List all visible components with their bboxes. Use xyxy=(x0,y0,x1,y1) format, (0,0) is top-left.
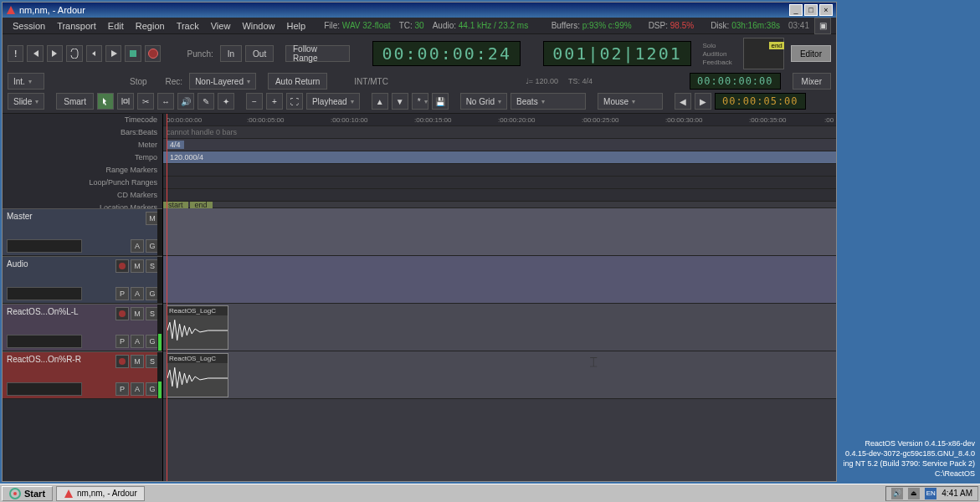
object-tool-button[interactable] xyxy=(97,93,114,110)
loop-button[interactable] xyxy=(66,45,82,62)
stop-button[interactable] xyxy=(125,45,141,62)
playlist-button[interactable]: P xyxy=(115,382,129,396)
automation-button[interactable]: A xyxy=(131,239,144,253)
secondary-clock[interactable]: 001|02|1201 xyxy=(543,41,690,66)
maximize-button[interactable]: □ xyxy=(804,4,818,16)
expand-tracks-button[interactable]: ▲ xyxy=(372,93,388,110)
track-header-audio[interactable]: Audio M S P A G xyxy=(3,256,162,304)
midi-panic-button[interactable]: ! xyxy=(8,45,23,62)
audio-region-left[interactable]: ReactOS_LogC xyxy=(167,305,228,350)
language-indicator[interactable]: EN xyxy=(925,488,936,499)
save-view-button[interactable]: 💾 xyxy=(432,93,449,110)
playhead[interactable] xyxy=(167,114,167,481)
log-button[interactable]: ▣ xyxy=(814,18,831,34)
snap-mode-dropdown[interactable]: No Grid xyxy=(460,93,507,110)
shrink-tracks-button[interactable]: ▼ xyxy=(392,93,408,110)
sync-source-dropdown[interactable]: Int. xyxy=(8,73,44,90)
punch-in-button[interactable]: In xyxy=(220,45,242,62)
stretch-tool-button[interactable]: ↔ xyxy=(157,93,174,110)
mixer-view-button[interactable]: Mixer xyxy=(793,73,831,90)
fader[interactable] xyxy=(7,287,82,300)
menu-edit[interactable]: Edit xyxy=(103,19,129,33)
zoom-focus-dropdown[interactable]: Playhead xyxy=(306,93,360,110)
auto-return-button[interactable]: Auto Return xyxy=(268,73,327,90)
follow-range-button[interactable]: Follow Range xyxy=(285,45,350,62)
goto-end-button[interactable] xyxy=(47,45,63,62)
mute-button[interactable]: M xyxy=(131,307,144,320)
mini-timeline[interactable]: end xyxy=(743,38,783,69)
track-header-left[interactable]: ReactOS...On%L-L M S P A G xyxy=(3,304,162,351)
ruler-cd-markers[interactable] xyxy=(163,189,836,202)
rec-enable-button[interactable] xyxy=(115,307,129,320)
marker-end[interactable]: end xyxy=(190,202,213,208)
menu-help[interactable]: Help xyxy=(282,19,311,33)
smart-mode-button[interactable]: Smart xyxy=(56,93,94,110)
ruler-timecode[interactable]: 00:00:00:00 :00:00:05:00 :00:00:10:00 :0… xyxy=(163,114,836,126)
tray-clock[interactable]: 4:41 AM xyxy=(942,489,972,498)
playlist-button[interactable]: P xyxy=(115,287,129,300)
playlist-button[interactable]: P xyxy=(115,335,129,348)
menu-session[interactable]: Session xyxy=(8,19,50,33)
rec-enable-button[interactable] xyxy=(115,355,129,368)
audio-region-right[interactable]: ReactOS_LogC xyxy=(167,353,228,397)
usb-icon[interactable]: ⏏ xyxy=(908,488,920,499)
volume-icon[interactable]: 🔊 xyxy=(891,488,903,499)
menu-transport[interactable]: Transport xyxy=(52,19,101,33)
punch-out-button[interactable]: Out xyxy=(245,45,274,62)
mute-button[interactable]: M xyxy=(131,355,144,368)
play-range-button[interactable] xyxy=(86,45,102,62)
nudge-back-button[interactable]: ◀ xyxy=(675,93,691,110)
fader[interactable] xyxy=(7,382,82,396)
ruler-barsbeats[interactable]: cannot handle 0 bars xyxy=(163,126,836,139)
fader[interactable] xyxy=(7,335,82,348)
edit-point-dropdown[interactable]: Mouse xyxy=(598,93,663,110)
snap-units-dropdown[interactable]: Beats xyxy=(511,93,586,110)
cut-tool-button[interactable]: ✂ xyxy=(137,93,154,110)
play-button[interactable] xyxy=(105,45,121,62)
range-tool-button[interactable] xyxy=(117,93,134,110)
goto-start-button[interactable] xyxy=(27,45,43,62)
zoom-out-button[interactable]: − xyxy=(246,93,263,110)
track-height-dropdown[interactable]: * xyxy=(412,93,428,110)
track-header-right[interactable]: ReactOS...On%R-R M S P A G xyxy=(3,351,162,399)
start-button[interactable]: Start xyxy=(2,486,53,501)
timesig-display[interactable]: TS: 4/4 xyxy=(565,77,596,85)
ruler-tempo[interactable]: 120.000/4 xyxy=(163,151,836,164)
tempo-display[interactable]: ♩= 120.00 xyxy=(522,77,562,85)
menu-view[interactable]: View xyxy=(206,19,236,33)
ruler-location-markers[interactable]: startend xyxy=(163,202,836,208)
mini-clock[interactable]: 00:00:00:00 xyxy=(690,73,780,90)
taskbar-item-ardour[interactable]: nm,nm, - Ardour xyxy=(56,486,145,501)
fader[interactable] xyxy=(7,239,82,253)
mute-button[interactable]: M xyxy=(131,259,144,273)
audition-tool-button[interactable]: 🔊 xyxy=(177,93,194,110)
track-lane-right[interactable]: ReactOS_LogC xyxy=(163,351,836,399)
draw-tool-button[interactable]: ✎ xyxy=(198,93,214,110)
close-button[interactable]: × xyxy=(819,4,833,16)
titlebar[interactable]: nm,nm, - Ardour _ □ × xyxy=(3,3,836,18)
primary-clock[interactable]: 00:00:00:24 xyxy=(372,41,520,66)
ruler-loop-punch[interactable] xyxy=(163,177,836,189)
track-header-master[interactable]: Master M A G xyxy=(3,208,162,256)
timeline-canvas[interactable]: 00:00:00:00 :00:00:05:00 :00:00:10:00 :0… xyxy=(163,114,836,481)
track-lane-master[interactable] xyxy=(163,208,836,256)
ruler-meter[interactable]: 4/4 xyxy=(163,139,836,151)
menu-window[interactable]: Window xyxy=(237,19,280,33)
nudge-clock[interactable]: 00:00:05:00 xyxy=(715,93,805,110)
track-lane-left[interactable]: ReactOS_LogC xyxy=(163,304,836,351)
rec-enable-button[interactable] xyxy=(115,259,129,273)
zoom-fit-button[interactable]: ⛶ xyxy=(286,93,303,110)
automation-button[interactable]: A xyxy=(131,287,144,300)
edit-mode-dropdown[interactable]: Slide xyxy=(8,93,44,110)
edit-tool-button[interactable]: ✦ xyxy=(218,93,234,110)
record-button[interactable] xyxy=(145,45,161,62)
editor-view-button[interactable]: Editor xyxy=(791,45,831,62)
menu-region[interactable]: Region xyxy=(131,19,170,33)
ruler-range-markers[interactable] xyxy=(163,164,836,177)
automation-button[interactable]: A xyxy=(131,382,144,396)
nudge-forward-button[interactable]: ▶ xyxy=(695,93,711,110)
automation-button[interactable]: A xyxy=(131,335,144,348)
track-lane-audio[interactable] xyxy=(163,256,836,304)
minimize-button[interactable]: _ xyxy=(789,4,803,16)
rec-mode-dropdown[interactable]: Non-Layered xyxy=(189,73,256,90)
